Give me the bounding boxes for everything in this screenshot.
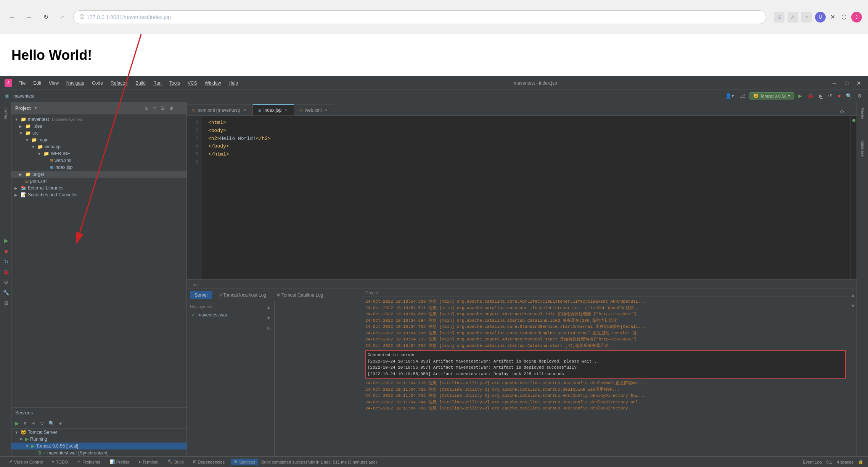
minimize-button[interactable]: ─	[830, 79, 839, 88]
project-sidebar-tab[interactable]: Project	[3, 105, 8, 122]
user-avatar[interactable]: U	[815, 12, 826, 22]
project-dropdown-icon[interactable]: ▾	[35, 106, 37, 111]
profiler-tab[interactable]: 📊 Profiler	[106, 459, 133, 465]
menu-file[interactable]: File	[15, 79, 29, 87]
indexjsp-tab-close[interactable]: ✕	[284, 108, 288, 112]
vcs-btn[interactable]: ⎇	[738, 92, 747, 99]
scroll-down-btn[interactable]: ▼	[265, 313, 273, 323]
src-folder[interactable]: ▼ 📁 src	[11, 130, 186, 136]
webxml-file[interactable]: ⊞ web.xml	[11, 157, 186, 164]
menu-navigate[interactable]: Navigate	[63, 79, 87, 87]
menu-edit[interactable]: Edit	[30, 79, 44, 87]
tab-pom[interactable]: ⊞ pom.xml (maventest) ✕	[187, 104, 253, 116]
tab-webxml[interactable]: ⊞ web.xml ✕	[294, 104, 334, 116]
user-btn[interactable]: 👤▾	[724, 92, 736, 99]
todo-tab[interactable]: ≡ TODO	[49, 459, 71, 465]
version-control-tab[interactable]: ⎇ Version Control	[5, 459, 46, 465]
debug-btn[interactable]: 🐞	[806, 92, 815, 99]
settings-icon[interactable]: J	[851, 12, 862, 22]
services-expand-btn[interactable]: ≡	[22, 420, 28, 427]
panel-pin-btn[interactable]: −	[177, 104, 183, 112]
sync-icon-btn[interactable]: ↻	[2, 258, 11, 265]
running-item[interactable]: ▼ ▶ Running	[11, 436, 186, 443]
menu-vcs[interactable]: VCS	[185, 79, 200, 87]
tomcat-server-btn[interactable]: 🐱 Tomcat 9.0.56 ▾	[749, 92, 794, 99]
target-folder[interactable]: ▶ 📁 target	[11, 171, 186, 178]
maven-sidebar-tab[interactable]: Maven	[860, 105, 865, 121]
panel-expand-btn[interactable]: ≡	[152, 104, 158, 112]
dependencies-tab[interactable]: ⊞ Dependencies	[190, 459, 228, 465]
extensions-icon[interactable]: ⬡	[840, 12, 848, 22]
extension-icon-2[interactable]: A	[788, 12, 798, 22]
idea-folder[interactable]: ▶ 📁 .idea	[11, 123, 186, 130]
scratches[interactable]: ▶ 📝 Scratches and Consoles	[11, 191, 186, 198]
editor-settings-btn[interactable]: ⚙	[838, 108, 846, 116]
close-window-button[interactable]: ✕	[854, 79, 863, 88]
output-content[interactable]: 24-Oct-2022 10:10:54.508 信息 [main] org.a…	[362, 297, 849, 456]
close-icon[interactable]: ✕	[829, 12, 837, 22]
panel-collapse-btn[interactable]: ⊟	[159, 104, 166, 112]
settings-toolbar-btn[interactable]: ⚙	[856, 92, 863, 99]
services-search-btn[interactable]: 🔍	[47, 420, 56, 427]
stop-icon-btn[interactable]: ■	[2, 247, 11, 255]
tomcat-server-item[interactable]: ▼ 🐱 Tomcat Server	[11, 429, 186, 436]
tab-localhost-log[interactable]: ⊞ Tomcat localhost Log	[214, 291, 271, 299]
external-libs[interactable]: ▶ 📚 External Libraries	[11, 185, 186, 191]
scroll-up-btn[interactable]: ▲	[265, 303, 273, 312]
extension-icon-3[interactable]: ✦	[801, 12, 812, 22]
menu-help[interactable]: Help	[225, 79, 241, 87]
services-filter-btn[interactable]: ▽	[39, 420, 45, 427]
stop-btn[interactable]: ■	[836, 92, 842, 99]
maximize-button[interactable]: □	[842, 79, 851, 88]
pom-file[interactable]: ⊞ pom.xml	[11, 178, 186, 185]
code-content[interactable]: <html> <body> <h2>Hello World!</h2> </bo…	[202, 116, 850, 279]
menu-code[interactable]: Code	[89, 79, 106, 87]
terminal-tab[interactable]: ▸ Terminal	[136, 459, 162, 465]
pom-tab-close[interactable]: ✕	[243, 108, 247, 112]
editor-minus-btn[interactable]: −	[847, 108, 854, 116]
database-sidebar-tab[interactable]: Database	[860, 138, 865, 159]
reload-output-btn[interactable]: ↻	[265, 324, 273, 333]
refresh-button[interactable]: ↻	[40, 11, 52, 23]
menu-build[interactable]: Build	[132, 79, 149, 87]
extension-icon-1[interactable]: ⊞	[774, 12, 784, 22]
indexjsp-file[interactable]: ⊞ index.jsp	[11, 164, 186, 171]
wrench-icon-btn[interactable]: 🔧	[2, 289, 11, 296]
webapp-folder[interactable]: ▼ 📁 webapp	[11, 143, 186, 150]
run-icon-btn[interactable]: ▶	[2, 237, 11, 244]
build-tab[interactable]: 🔨 Build	[164, 459, 186, 465]
home-button[interactable]: ⌂	[56, 11, 69, 23]
rerun-btn[interactable]: ↺	[826, 92, 834, 99]
grid-icon-btn[interactable]: ⊞	[2, 299, 11, 307]
output-scroll-down[interactable]: ▼	[849, 301, 857, 310]
event-log-btn[interactable]: Event Log	[803, 460, 822, 464]
menu-tools[interactable]: Tools	[166, 79, 183, 87]
output-scroll-up[interactable]: ▲	[849, 290, 857, 300]
panel-menu-btn[interactable]: ⊕	[168, 104, 175, 112]
services-collapse-btn[interactable]: ⊟	[30, 420, 37, 427]
webinf-folder[interactable]: ▼ 📁 WEB-INF	[11, 150, 186, 157]
menu-view[interactable]: View	[46, 79, 62, 87]
panel-settings-btn[interactable]: ⊙	[143, 104, 150, 112]
services-add-btn[interactable]: +	[58, 420, 64, 427]
menu-refactor[interactable]: Refactor	[108, 79, 131, 87]
bug-icon-btn[interactable]: 🐞	[2, 268, 11, 276]
menu-run[interactable]: Run	[150, 79, 165, 87]
url-bar[interactable]: ⓘ 127.0.0.1:8081/maventest/index.jsp	[73, 10, 766, 24]
menu-window[interactable]: Window	[202, 79, 224, 87]
tab-server[interactable]: Server	[190, 291, 212, 299]
services-tab[interactable]: ⚙ Services	[231, 459, 258, 465]
maventest-war-item[interactable]: ⊞ ✓ maventest:war [Synchronized]	[11, 449, 186, 456]
forward-button[interactable]: →	[23, 11, 35, 23]
problems-tab[interactable]: ⚠ Problems	[74, 459, 103, 465]
main-folder[interactable]: ▼ 📁 main	[11, 136, 186, 143]
reload-icon-btn[interactable]: ⚙	[2, 279, 11, 286]
tomcat-local-item[interactable]: ▼ ▶ Tomcat 9.0.56 [local]	[11, 443, 186, 449]
search-btn[interactable]: 🔍	[844, 92, 854, 99]
back-button[interactable]: ←	[6, 11, 18, 23]
coverage-btn[interactable]: ▶̲	[817, 92, 824, 99]
webxml-tab-close[interactable]: ✕	[324, 108, 328, 112]
tree-root[interactable]: ▼ 📁 maventest D:\idea\maventest	[11, 116, 186, 123]
tab-indexjsp[interactable]: ⊞ index.jsp ✕	[253, 104, 294, 116]
tab-catalina-log[interactable]: ⊞ Tomcat Catalina Log	[272, 291, 328, 299]
